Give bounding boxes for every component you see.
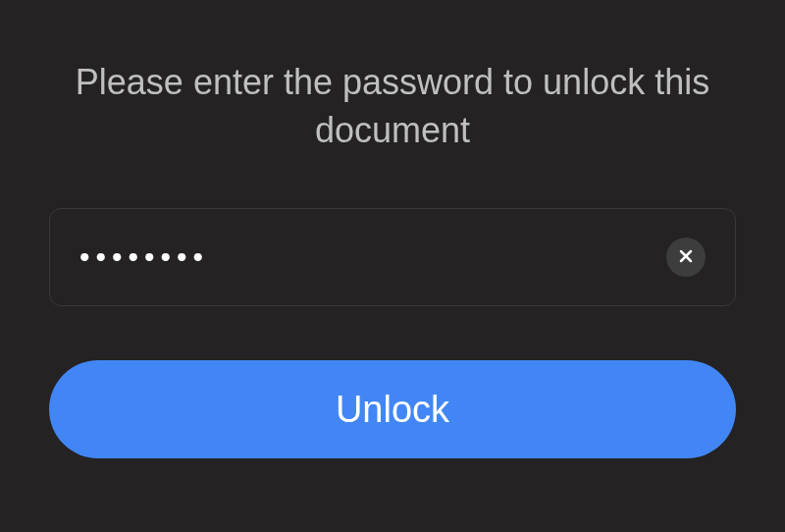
unlock-button[interactable]: Unlock (49, 360, 736, 458)
unlock-prompt-text: Please enter the password to unlock this… (49, 59, 736, 154)
close-icon (676, 246, 696, 269)
password-masked-value: •••••••• (79, 240, 666, 274)
password-input[interactable]: •••••••• (49, 208, 736, 306)
clear-password-button[interactable] (666, 238, 706, 277)
